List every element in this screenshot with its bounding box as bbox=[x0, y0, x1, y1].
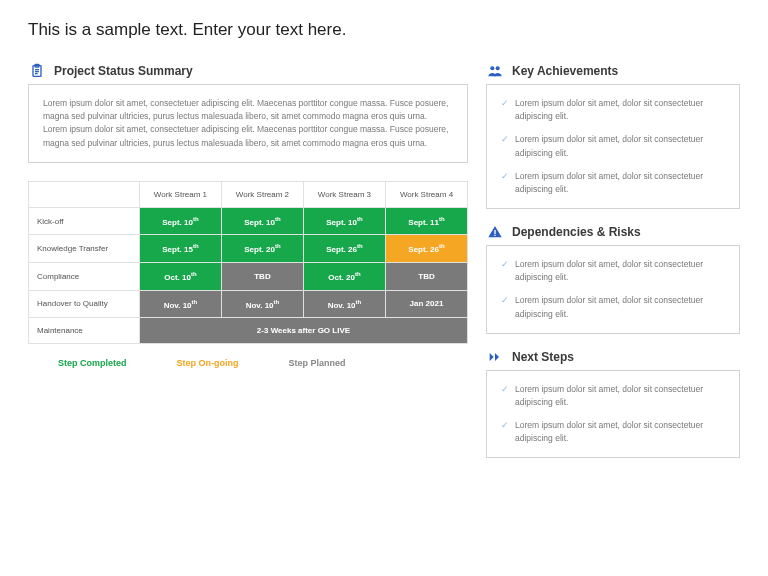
table-cell: Sept. 11th bbox=[385, 207, 467, 235]
table-row: ComplianceOct. 10thTBDOct. 20thTBD bbox=[29, 263, 468, 291]
row-label: Compliance bbox=[29, 263, 140, 291]
list-item: Lorem ipsum dolor sit amet, dolor sit co… bbox=[501, 419, 725, 445]
risks-header: Dependencies & Risks bbox=[486, 223, 740, 241]
table-cell: Sept. 20th bbox=[221, 235, 303, 263]
table-cell: TBD bbox=[385, 263, 467, 291]
table-cell: Sept. 15th bbox=[139, 235, 221, 263]
table-header bbox=[29, 181, 140, 207]
warning-icon bbox=[486, 223, 504, 241]
svg-point-5 bbox=[490, 66, 494, 70]
svg-rect-7 bbox=[494, 230, 495, 234]
status-header: Project Status Summary bbox=[28, 62, 468, 80]
list-item: Lorem ipsum dolor sit amet, dolor sit co… bbox=[501, 97, 725, 123]
table-row: Kick-offSept. 10thSept. 10thSept. 10thSe… bbox=[29, 207, 468, 235]
page-title: This is a sample text. Enter your text h… bbox=[28, 20, 740, 40]
status-box: Lorem ipsum dolor sit amet, consectetuer… bbox=[28, 84, 468, 163]
table-header: Work Stream 3 bbox=[303, 181, 385, 207]
risks-box: Lorem ipsum dolor sit amet, dolor sit co… bbox=[486, 245, 740, 334]
table-cell: Sept. 10th bbox=[221, 207, 303, 235]
list-item: Lorem ipsum dolor sit amet, dolor sit co… bbox=[501, 133, 725, 159]
achievements-box: Lorem ipsum dolor sit amet, dolor sit co… bbox=[486, 84, 740, 209]
list-item: Lorem ipsum dolor sit amet, dolor sit co… bbox=[501, 258, 725, 284]
table-cell: Oct. 10th bbox=[139, 263, 221, 291]
table-cell: Nov. 10th bbox=[221, 290, 303, 318]
row-label: Maintenance bbox=[29, 318, 140, 344]
next-heading: Next Steps bbox=[512, 350, 574, 364]
achievements-header: Key Achievements bbox=[486, 62, 740, 80]
list-item: Lorem ipsum dolor sit amet, dolor sit co… bbox=[501, 170, 725, 196]
table-cell: Sept. 26th bbox=[385, 235, 467, 263]
next-box: Lorem ipsum dolor sit amet, dolor sit co… bbox=[486, 370, 740, 459]
forward-icon bbox=[486, 348, 504, 366]
legend: Step Completed Step On-going Step Planne… bbox=[58, 358, 468, 368]
row-label: Knowledge Transfer bbox=[29, 235, 140, 263]
risks-heading: Dependencies & Risks bbox=[512, 225, 641, 239]
table-row: Knowledge TransferSept. 15thSept. 20thSe… bbox=[29, 235, 468, 263]
table-cell: Sept. 10th bbox=[139, 207, 221, 235]
table-row: Handover to QualityNov. 10thNov. 10thNov… bbox=[29, 290, 468, 318]
content-columns: Project Status Summary Lorem ipsum dolor… bbox=[28, 62, 740, 472]
svg-point-6 bbox=[496, 66, 500, 70]
table-cell: Nov. 10th bbox=[139, 290, 221, 318]
legend-completed: Step Completed bbox=[58, 358, 127, 368]
table-row: Maintenance2-3 Weeks after GO LIVE bbox=[29, 318, 468, 344]
legend-ongoing: Step On-going bbox=[177, 358, 239, 368]
table-cell: Sept. 10th bbox=[303, 207, 385, 235]
table-cell: Nov. 10th bbox=[303, 290, 385, 318]
clipboard-icon bbox=[28, 62, 46, 80]
workstream-table: Work Stream 1Work Stream 2Work Stream 3W… bbox=[28, 181, 468, 345]
achievements-heading: Key Achievements bbox=[512, 64, 618, 78]
table-cell: TBD bbox=[221, 263, 303, 291]
row-label: Kick-off bbox=[29, 207, 140, 235]
row-label: Handover to Quality bbox=[29, 290, 140, 318]
list-item: Lorem ipsum dolor sit amet, dolor sit co… bbox=[501, 294, 725, 320]
list-item: Lorem ipsum dolor sit amet, dolor sit co… bbox=[501, 383, 725, 409]
svg-rect-8 bbox=[494, 235, 495, 236]
next-header: Next Steps bbox=[486, 348, 740, 366]
legend-planned: Step Planned bbox=[289, 358, 346, 368]
people-icon bbox=[486, 62, 504, 80]
left-column: Project Status Summary Lorem ipsum dolor… bbox=[28, 62, 468, 472]
status-heading: Project Status Summary bbox=[54, 64, 193, 78]
table-cell: Sept. 26th bbox=[303, 235, 385, 263]
table-header: Work Stream 2 bbox=[221, 181, 303, 207]
table-header: Work Stream 1 bbox=[139, 181, 221, 207]
table-header: Work Stream 4 bbox=[385, 181, 467, 207]
table-cell: Oct. 20th bbox=[303, 263, 385, 291]
table-cell: 2-3 Weeks after GO LIVE bbox=[139, 318, 467, 344]
table-cell: Jan 2021 bbox=[385, 290, 467, 318]
right-column: Key Achievements Lorem ipsum dolor sit a… bbox=[486, 62, 740, 472]
